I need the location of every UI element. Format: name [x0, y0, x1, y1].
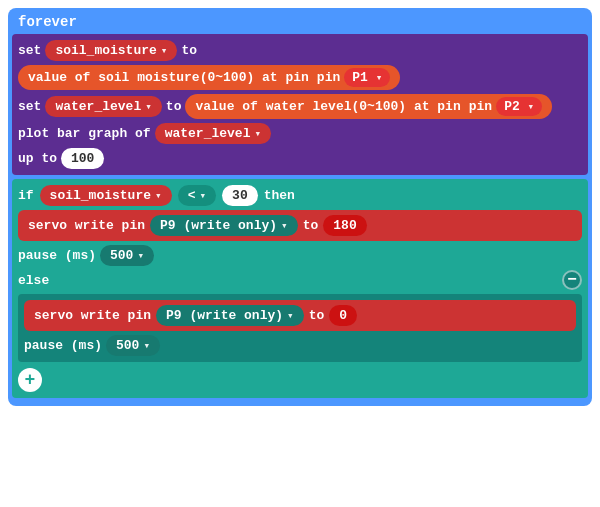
- set-water-level-row: set water_level ▾ to value of water leve…: [18, 94, 582, 119]
- set-label-1: set: [18, 43, 41, 58]
- pin1-value[interactable]: P1 ▾: [344, 68, 390, 87]
- servo1-value[interactable]: 180: [323, 215, 366, 236]
- pause1-dropdown[interactable]: ▾: [137, 249, 144, 262]
- pause2-dropdown[interactable]: ▾: [143, 339, 150, 352]
- servo-write-2-row: servo write pin P9 (write only) ▾ to 0: [24, 300, 576, 331]
- if-condition-var[interactable]: soil_moisture ▾: [40, 185, 172, 206]
- up-to-value[interactable]: 100: [61, 148, 104, 169]
- pause-2-row: pause (ms) 500 ▾: [24, 335, 576, 356]
- pause-1-row: pause (ms) 500 ▾: [18, 245, 582, 266]
- pin2-dropdown[interactable]: ▾: [528, 101, 535, 113]
- pause-label-1: pause (ms): [18, 248, 96, 263]
- servo1-pin-dropdown[interactable]: ▾: [281, 219, 288, 232]
- else-label: else: [18, 273, 49, 288]
- set-label-2: set: [18, 99, 41, 114]
- then-label: then: [264, 188, 295, 203]
- if-value[interactable]: 30: [222, 185, 258, 206]
- up-to-row: up to 100: [18, 148, 582, 169]
- up-to-label: up to: [18, 151, 57, 166]
- servo1-to-label: to: [303, 218, 319, 233]
- forever-block: forever set soil_moisture ▾ to value of …: [8, 8, 592, 406]
- water-level-var[interactable]: water_level ▾: [45, 96, 161, 117]
- set-soil-moisture-row: set soil_moisture ▾ to value of soil moi…: [18, 40, 582, 90]
- plus-button[interactable]: +: [18, 368, 42, 392]
- if-condition-dropdown[interactable]: ▾: [155, 189, 162, 202]
- workspace: forever set soil_moisture ▾ to value of …: [0, 0, 600, 414]
- pin2-value[interactable]: P2 ▾: [496, 97, 542, 116]
- servo2-pin-dropdown[interactable]: ▾: [287, 309, 294, 322]
- plot-bar-graph-row: plot bar graph of water_level ▾: [18, 123, 582, 144]
- value-water-level-pill[interactable]: value of water level(0~100) at pin pin P…: [185, 94, 552, 119]
- servo-write-1-row: servo write pin P9 (write only) ▾ to 180: [18, 210, 582, 241]
- operator-pill[interactable]: < ▾: [178, 185, 216, 206]
- purple-block: set soil_moisture ▾ to value of soil moi…: [12, 34, 588, 175]
- servo2-value[interactable]: 0: [329, 305, 357, 326]
- plus-button-container: +: [18, 368, 582, 392]
- to-label-2: to: [166, 99, 182, 114]
- pause-label-2: pause (ms): [24, 338, 102, 353]
- to-label-1: to: [181, 43, 197, 58]
- minus-button[interactable]: −: [562, 270, 582, 290]
- if-label: if: [18, 188, 34, 203]
- pause1-value-pill[interactable]: 500 ▾: [100, 245, 154, 266]
- teal-if-else-block: if soil_moisture ▾ < ▾ 30 then servo wri…: [12, 179, 588, 398]
- forever-label: forever: [12, 12, 588, 34]
- servo-write-label-2: servo write pin: [34, 308, 151, 323]
- else-row: else −: [18, 270, 582, 290]
- pin1-dropdown[interactable]: ▾: [376, 72, 383, 84]
- water-level-dropdown[interactable]: ▾: [145, 100, 152, 113]
- soil-moisture-var-1[interactable]: soil_moisture ▾: [45, 40, 177, 61]
- water-level-plot-var[interactable]: water_level ▾: [155, 123, 271, 144]
- soil-moisture-dropdown-1[interactable]: ▾: [161, 44, 168, 57]
- pin-label-1: pin: [317, 70, 340, 85]
- water-level-plot-dropdown[interactable]: ▾: [254, 127, 261, 140]
- operator-dropdown[interactable]: ▾: [199, 189, 206, 202]
- if-row: if soil_moisture ▾ < ▾ 30 then: [18, 185, 582, 206]
- servo2-to-label: to: [309, 308, 325, 323]
- servo-write-label-1: servo write pin: [28, 218, 145, 233]
- plot-label: plot bar graph of: [18, 126, 151, 141]
- value-soil-moisture-pill[interactable]: value of soil moisture(0~100) at pin pin…: [18, 65, 400, 90]
- servo1-pin-pill[interactable]: P9 (write only) ▾: [150, 215, 298, 236]
- pin-label-2: pin: [469, 99, 492, 114]
- pause2-value-pill[interactable]: 500 ▾: [106, 335, 160, 356]
- servo2-pin-pill[interactable]: P9 (write only) ▾: [156, 305, 304, 326]
- else-block: servo write pin P9 (write only) ▾ to 0 p…: [18, 294, 582, 362]
